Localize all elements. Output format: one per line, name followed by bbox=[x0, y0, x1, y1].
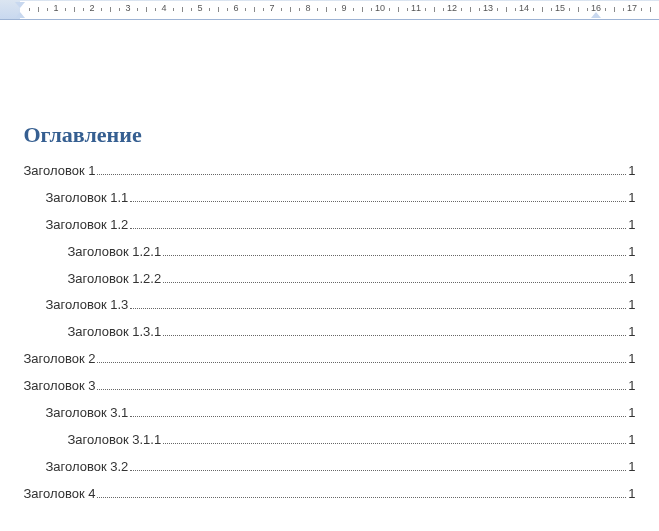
toc-entry[interactable]: Заголовок 1.11 bbox=[10, 185, 650, 212]
ruler-tick bbox=[119, 8, 120, 11]
toc-entry-page: 1 bbox=[628, 432, 635, 449]
ruler-tick bbox=[641, 8, 642, 11]
toc-leader-dots bbox=[163, 282, 626, 283]
toc-entry-text: Заголовок 1.3.1 bbox=[68, 324, 162, 341]
ruler-tick bbox=[497, 8, 498, 11]
ruler-number: 3 bbox=[125, 3, 130, 13]
toc-entry-text: Заголовок 3.1 bbox=[46, 405, 129, 422]
toc-entry[interactable]: Заголовок 41 bbox=[10, 481, 650, 508]
ruler-number: 15 bbox=[555, 3, 565, 13]
ruler-number: 8 bbox=[305, 3, 310, 13]
ruler-tick bbox=[614, 7, 615, 12]
toc-list: Заголовок 11Заголовок 1.11Заголовок 1.21… bbox=[10, 158, 650, 508]
ruler-tick bbox=[407, 8, 408, 11]
ruler-tick bbox=[650, 7, 651, 12]
toc-entry[interactable]: Заголовок 1.21 bbox=[10, 212, 650, 239]
ruler-number: 9 bbox=[341, 3, 346, 13]
toc-entry-page: 1 bbox=[628, 486, 635, 503]
ruler-tick bbox=[317, 8, 318, 11]
ruler-tick bbox=[254, 7, 255, 12]
toc-entry-page: 1 bbox=[628, 459, 635, 476]
toc-leader-dots bbox=[163, 255, 626, 256]
toc-entry[interactable]: Заголовок 3.1.11 bbox=[10, 427, 650, 454]
toc-entry[interactable]: Заголовок 3.21 bbox=[10, 454, 650, 481]
ruler-tick bbox=[578, 7, 579, 12]
toc-entry-text: Заголовок 3.2 bbox=[46, 459, 129, 476]
toc-entry[interactable]: Заголовок 31 bbox=[10, 373, 650, 400]
ruler-number: 7 bbox=[269, 3, 274, 13]
ruler-tick bbox=[434, 7, 435, 12]
ruler-tick bbox=[353, 8, 354, 11]
toc-entry[interactable]: Заголовок 1.2.11 bbox=[10, 239, 650, 266]
toc-entry[interactable]: Заголовок 3.11 bbox=[10, 400, 650, 427]
ruler-number: 1 bbox=[53, 3, 58, 13]
ruler-tick bbox=[335, 8, 336, 11]
ruler-tick bbox=[623, 8, 624, 11]
ruler-tick bbox=[155, 8, 156, 11]
toc-entry-page: 1 bbox=[628, 297, 635, 314]
toc-entry[interactable]: Заголовок 11 bbox=[10, 158, 650, 185]
ruler-number: 4 bbox=[161, 3, 166, 13]
toc-leader-dots bbox=[163, 335, 626, 336]
toc-entry-text: Заголовок 3.1.1 bbox=[68, 432, 162, 449]
ruler-number: 2 bbox=[89, 3, 94, 13]
ruler-tick bbox=[371, 8, 372, 11]
toc-entry-page: 1 bbox=[628, 378, 635, 395]
toc-entry-text: Заголовок 1 bbox=[24, 163, 96, 180]
right-indent-marker[interactable] bbox=[591, 12, 601, 18]
ruler-tick bbox=[506, 7, 507, 12]
ruler-tick bbox=[110, 7, 111, 12]
ruler-tick bbox=[605, 8, 606, 11]
left-indent-marker[interactable] bbox=[15, 12, 25, 18]
toc-leader-dots bbox=[130, 201, 626, 202]
ruler-strip: 123456789101112131415161718 bbox=[20, 1, 659, 19]
ruler-tick bbox=[137, 8, 138, 11]
toc-entry[interactable]: Заголовок 1.31 bbox=[10, 292, 650, 319]
ruler-tick bbox=[587, 8, 588, 11]
ruler-tick bbox=[38, 7, 39, 12]
toc-entry-text: Заголовок 4 bbox=[24, 486, 96, 503]
toc-entry-text: Заголовок 2 bbox=[24, 351, 96, 368]
first-line-indent-marker[interactable] bbox=[15, 2, 25, 8]
ruler-tick bbox=[443, 8, 444, 11]
toc-entry-page: 1 bbox=[628, 190, 635, 207]
ruler-tick bbox=[74, 7, 75, 12]
toc-leader-dots bbox=[97, 362, 626, 363]
ruler-tick bbox=[101, 8, 102, 11]
toc-leader-dots bbox=[130, 308, 626, 309]
toc-entry-text: Заголовок 1.2.2 bbox=[68, 271, 162, 288]
ruler-number: 10 bbox=[375, 3, 385, 13]
toc-leader-dots bbox=[97, 174, 626, 175]
ruler-tick bbox=[470, 7, 471, 12]
ruler-tick bbox=[326, 7, 327, 12]
ruler-tick bbox=[146, 7, 147, 12]
ruler-tick bbox=[479, 8, 480, 11]
ruler-tick bbox=[29, 8, 30, 11]
ruler-tick bbox=[83, 8, 84, 11]
ruler-tick bbox=[65, 8, 66, 11]
ruler-tick bbox=[218, 7, 219, 12]
toc-entry-text: Заголовок 1.1 bbox=[46, 190, 129, 207]
horizontal-ruler[interactable]: 123456789101112131415161718 bbox=[0, 0, 659, 20]
toc-leader-dots bbox=[97, 389, 626, 390]
ruler-tick bbox=[209, 8, 210, 11]
toc-leader-dots bbox=[130, 416, 626, 417]
toc-entry[interactable]: Заголовок 1.2.21 bbox=[10, 266, 650, 293]
ruler-tick bbox=[173, 8, 174, 11]
toc-title: Оглавление bbox=[24, 122, 650, 148]
ruler-tick bbox=[461, 8, 462, 11]
ruler-number: 13 bbox=[483, 3, 493, 13]
ruler-tick bbox=[425, 8, 426, 11]
ruler-tick bbox=[191, 8, 192, 11]
toc-leader-dots bbox=[97, 497, 626, 498]
toc-entry[interactable]: Заголовок 21 bbox=[10, 346, 650, 373]
toc-entry-page: 1 bbox=[628, 271, 635, 288]
toc-entry[interactable]: Заголовок 1.3.11 bbox=[10, 319, 650, 346]
toc-entry-page: 1 bbox=[628, 324, 635, 341]
ruler-tick bbox=[398, 7, 399, 12]
ruler-number: 17 bbox=[627, 3, 637, 13]
ruler-tick bbox=[281, 8, 282, 11]
toc-leader-dots bbox=[130, 470, 626, 471]
ruler-tick bbox=[299, 8, 300, 11]
ruler-tick bbox=[290, 7, 291, 12]
